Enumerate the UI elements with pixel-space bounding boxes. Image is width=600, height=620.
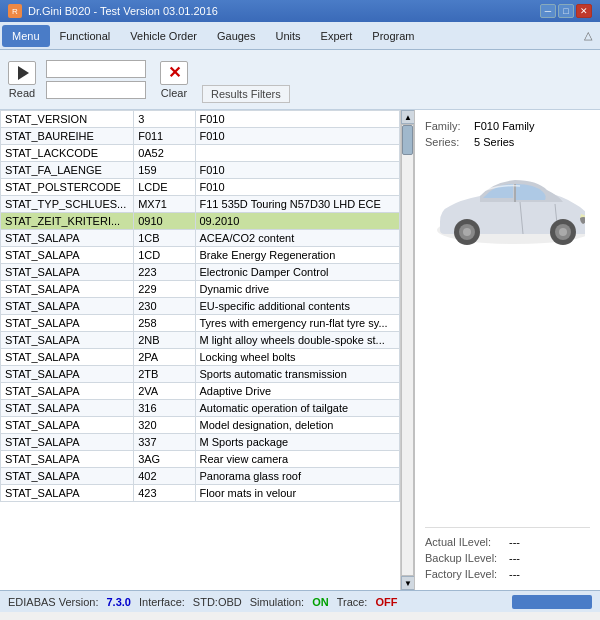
table-cell-key: STAT_FA_LAENGE xyxy=(1,162,134,179)
simulation-value: ON xyxy=(312,596,329,608)
table-row[interactable]: STAT_SALAPA1CBACEA/CO2 content xyxy=(1,230,400,247)
table-cell-desc: Automatic operation of tailgate xyxy=(195,400,400,417)
table-cell-code: 1CB xyxy=(134,230,195,247)
menu-item-expert[interactable]: Expert xyxy=(311,25,363,47)
clear-x-icon[interactable]: ✕ xyxy=(160,61,188,85)
table-cell-desc: F010 xyxy=(195,162,400,179)
table-row[interactable]: STAT_SALAPA1CDBrake Energy Regeneration xyxy=(1,247,400,264)
table-row[interactable]: STAT_SALAPA316Automatic operation of tai… xyxy=(1,400,400,417)
status-bar-indicator xyxy=(512,595,592,609)
table-row[interactable]: STAT_SALAPA229Dynamic drive xyxy=(1,281,400,298)
table-row[interactable]: STAT_FA_LAENGE159F010 xyxy=(1,162,400,179)
table-cell-key: STAT_SALAPA xyxy=(1,332,134,349)
table-cell-desc: Panorama glass roof xyxy=(195,468,400,485)
table-cell-key: STAT_SALAPA xyxy=(1,485,134,502)
menu-item-program[interactable]: Program xyxy=(362,25,424,47)
read-button[interactable]: Read xyxy=(8,61,36,99)
table-row[interactable]: STAT_SALAPA337M Sports package xyxy=(1,434,400,451)
table-row[interactable]: STAT_SALAPA2NBM light alloy wheels doubl… xyxy=(1,332,400,349)
scroll-track[interactable] xyxy=(401,124,414,576)
main-content: STAT_VERSION3F010STAT_BAUREIHEF011F010ST… xyxy=(0,110,600,590)
table-row[interactable]: STAT_BAUREIHEF011F010 xyxy=(1,128,400,145)
table-cell-key: STAT_SALAPA xyxy=(1,247,134,264)
table-row[interactable]: STAT_VERSION3F010 xyxy=(1,111,400,128)
trace-label: Trace: xyxy=(337,596,368,608)
table-cell-code: 3 xyxy=(134,111,195,128)
factory-ilevel-label: Factory ILevel: xyxy=(425,568,505,580)
clear-label: Clear xyxy=(161,87,187,99)
table-row[interactable]: STAT_SALAPA320Model designation, deletio… xyxy=(1,417,400,434)
series-label: Series: xyxy=(425,136,470,148)
table-cell-code: LCDE xyxy=(134,179,195,196)
menu-bar: Menu Functional Vehicle Order Gauges Uni… xyxy=(0,22,600,50)
table-row[interactable]: STAT_SALAPA258Tyres with emergency run-f… xyxy=(1,315,400,332)
family-value: F010 Family xyxy=(474,120,535,132)
table-cell-key: STAT_SALAPA xyxy=(1,451,134,468)
table-cell-code: 402 xyxy=(134,468,195,485)
ediabas-version: 7.3.0 xyxy=(107,596,131,608)
backup-ilevel-label: Backup ILevel: xyxy=(425,552,505,564)
close-button[interactable]: ✕ xyxy=(576,4,592,18)
menu-item-menu[interactable]: Menu xyxy=(2,25,50,47)
table-cell-key: STAT_SALAPA xyxy=(1,366,134,383)
filter-input-1[interactable] xyxy=(46,60,146,78)
menu-item-vehicle-order[interactable]: Vehicle Order xyxy=(120,25,207,47)
svg-point-6 xyxy=(463,228,471,236)
menu-item-functional[interactable]: Functional xyxy=(50,25,121,47)
scroll-thumb[interactable] xyxy=(402,125,413,155)
table-cell-desc: 09.2010 xyxy=(195,213,400,230)
table-cell-desc: F010 xyxy=(195,111,400,128)
title-bar-left: R Dr.Gini B020 - Test Version 03.01.2016 xyxy=(8,4,218,18)
table-cell-desc: Tyres with emergency run-flat tyre sy... xyxy=(195,315,400,332)
table-cell-desc: F010 xyxy=(195,128,400,145)
table-cell-desc: F010 xyxy=(195,179,400,196)
table-row[interactable]: STAT_SALAPA2TBSports automatic transmiss… xyxy=(1,366,400,383)
title-bar: R Dr.Gini B020 - Test Version 03.01.2016… xyxy=(0,0,600,22)
table-cell-code: 230 xyxy=(134,298,195,315)
table-row[interactable]: STAT_SALAPA2PALocking wheel bolts xyxy=(1,349,400,366)
table-row[interactable]: STAT_SALAPA223Electronic Damper Control xyxy=(1,264,400,281)
menu-item-gauges[interactable]: Gauges xyxy=(207,25,266,47)
bottom-info: Actual ILevel: --- Backup ILevel: --- Fa… xyxy=(425,527,590,580)
filter-input-2[interactable] xyxy=(46,81,146,99)
backup-ilevel-value: --- xyxy=(509,552,539,564)
table-row[interactable]: STAT_POLSTERCODELCDEF010 xyxy=(1,179,400,196)
scroll-down-arrow[interactable]: ▼ xyxy=(401,576,414,590)
table-cell-desc: Brake Energy Regeneration xyxy=(195,247,400,264)
table-row[interactable]: STAT_TYP_SCHLUES...MX71F11 535D Touring … xyxy=(1,196,400,213)
table-cell-key: STAT_LACKCODE xyxy=(1,145,134,162)
play-icon[interactable] xyxy=(8,61,36,85)
actual-ilevel-value: --- xyxy=(509,536,539,548)
table-cell-code: 258 xyxy=(134,315,195,332)
table-scroll[interactable]: STAT_VERSION3F010STAT_BAUREIHEF011F010ST… xyxy=(0,110,400,590)
table-cell-code: 320 xyxy=(134,417,195,434)
table-row[interactable]: STAT_LACKCODE0A52 xyxy=(1,145,400,162)
clear-button[interactable]: ✕ Clear xyxy=(160,61,188,99)
table-cell-key: STAT_SALAPA xyxy=(1,417,134,434)
minimize-button[interactable]: ─ xyxy=(540,4,556,18)
scrollbar[interactable]: ▲ ▼ xyxy=(400,110,414,590)
table-row[interactable]: STAT_ZEIT_KRITERI...091009.2010 xyxy=(1,213,400,230)
car-image xyxy=(425,162,585,252)
family-label: Family: xyxy=(425,120,470,132)
table-cell-key: STAT_SALAPA xyxy=(1,400,134,417)
table-cell-code: 0A52 xyxy=(134,145,195,162)
table-row[interactable]: STAT_SALAPA2VAAdaptive Drive xyxy=(1,383,400,400)
scroll-up-arrow[interactable]: ▲ xyxy=(401,110,414,124)
data-table: STAT_VERSION3F010STAT_BAUREIHEF011F010ST… xyxy=(0,110,400,502)
table-cell-code: 1CD xyxy=(134,247,195,264)
menu-item-units[interactable]: Units xyxy=(265,25,310,47)
table-area: STAT_VERSION3F010STAT_BAUREIHEF011F010ST… xyxy=(0,110,415,590)
right-panel: Family: F010 Family Series: 5 Series xyxy=(415,110,600,590)
table-row[interactable]: STAT_SALAPA402Panorama glass roof xyxy=(1,468,400,485)
maximize-button[interactable]: □ xyxy=(558,4,574,18)
table-cell-code: 159 xyxy=(134,162,195,179)
table-cell-desc: F11 535D Touring N57D30 LHD ECE xyxy=(195,196,400,213)
backup-ilevel-row: Backup ILevel: --- xyxy=(425,552,590,564)
table-cell-key: STAT_SALAPA xyxy=(1,468,134,485)
table-row[interactable]: STAT_SALAPA3AGRear view camera xyxy=(1,451,400,468)
table-row[interactable]: STAT_SALAPA230EU-specific additional con… xyxy=(1,298,400,315)
results-filters-label[interactable]: Results Filters xyxy=(202,85,290,103)
table-cell-key: STAT_TYP_SCHLUES... xyxy=(1,196,134,213)
table-row[interactable]: STAT_SALAPA423Floor mats in velour xyxy=(1,485,400,502)
